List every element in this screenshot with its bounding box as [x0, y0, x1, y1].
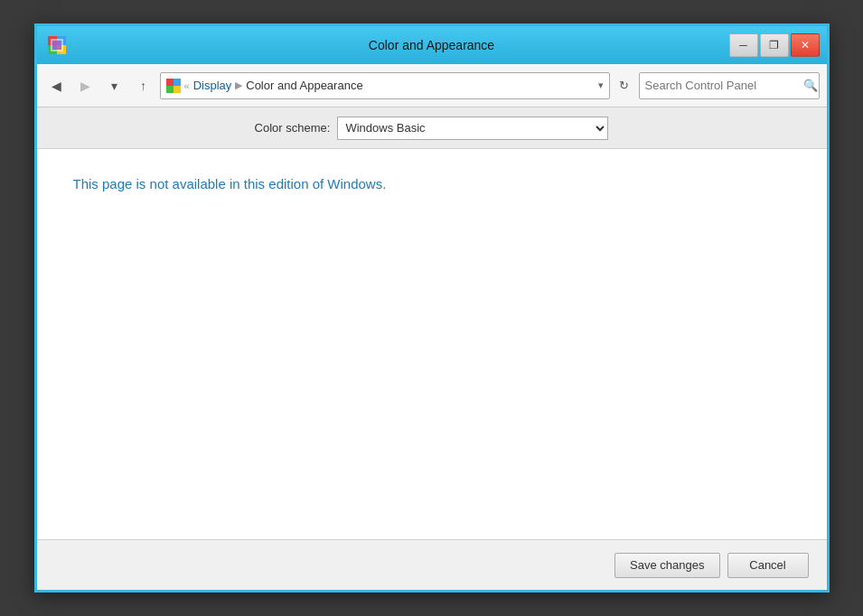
svg-rect-8	[166, 86, 174, 93]
cancel-button[interactable]: Cancel	[727, 553, 809, 578]
window-title: Color and Appearance	[369, 38, 494, 52]
svg-rect-7	[174, 79, 181, 86]
svg-rect-6	[166, 79, 174, 86]
search-input[interactable]	[640, 79, 802, 92]
window-icon	[48, 36, 66, 54]
dropdown-button[interactable]: ▾	[102, 73, 127, 98]
color-scheme-select[interactable]: Windows Basic Windows Classic High Contr…	[337, 117, 608, 140]
unavailable-message: This page is not available in this editi…	[73, 176, 791, 191]
save-button[interactable]: Save changes	[614, 553, 719, 578]
chevron-down-icon[interactable]: ▾	[598, 79, 604, 91]
breadcrumb-separator: ▶	[235, 79, 242, 91]
search-box: 🔍	[639, 72, 820, 99]
back-button[interactable]: ◀	[44, 73, 70, 98]
breadcrumb-icon	[166, 79, 181, 93]
breadcrumb: « Display ▶ Color and Appearance ▾	[160, 72, 610, 99]
title-bar: Color and Appearance ─ ❐ ✕	[37, 26, 827, 64]
color-scheme-bar: Color scheme: Windows Basic Windows Clas…	[37, 107, 827, 149]
restore-button[interactable]: ❐	[760, 33, 789, 57]
minimize-button[interactable]: ─	[729, 33, 758, 57]
breadcrumb-prefix: «	[184, 80, 190, 91]
breadcrumb-current: Color and Appearance	[246, 79, 362, 92]
refresh-button[interactable]: ↻	[614, 75, 635, 97]
search-button[interactable]: 🔍	[802, 73, 819, 98]
main-content: This page is not available in this editi…	[37, 149, 827, 539]
address-bar: ◀ ▶ ▾ ↑ « Display ▶ Color and Appearance…	[37, 64, 827, 107]
color-scheme-label: Color scheme:	[255, 121, 331, 135]
svg-rect-9	[174, 86, 181, 93]
up-button[interactable]: ↑	[131, 73, 156, 98]
footer: Save changes Cancel	[37, 539, 827, 590]
window-controls: ─ ❐ ✕	[729, 33, 820, 57]
forward-button[interactable]: ▶	[73, 73, 98, 98]
close-button[interactable]: ✕	[791, 33, 820, 57]
title-bar-left	[48, 36, 66, 54]
breadcrumb-parent[interactable]: Display	[193, 79, 232, 92]
svg-rect-5	[52, 41, 61, 50]
main-window: Color and Appearance ─ ❐ ✕ ◀ ▶ ▾ ↑ « Dis…	[34, 23, 830, 593]
